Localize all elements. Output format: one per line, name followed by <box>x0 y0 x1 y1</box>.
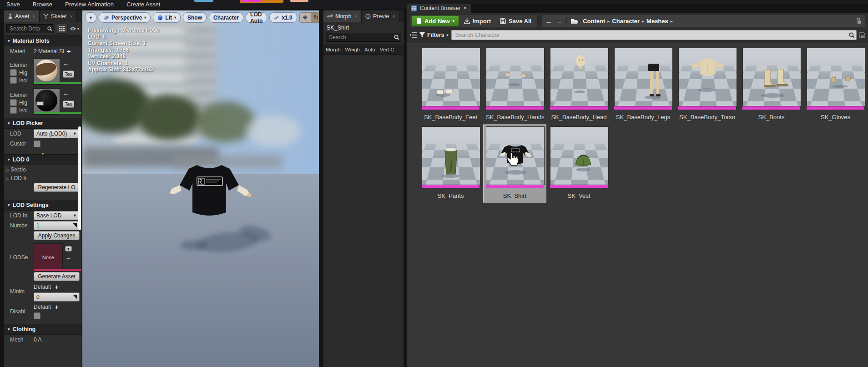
asset-thumbnail[interactable] <box>678 48 736 110</box>
asset-tile-sk_basebody_torso[interactable]: SK_BaseBody_Torso <box>678 48 736 121</box>
column-header[interactable]: Morph <box>323 47 343 52</box>
forward-button[interactable]: → <box>555 17 562 25</box>
asset-tile-sk_basebody_legs[interactable]: SK_BaseBody_Legs <box>614 48 672 121</box>
back-button[interactable]: ← <box>545 17 552 25</box>
asset-tile-sk_pants[interactable]: SK_Pants <box>422 126 479 199</box>
content-browser-tab[interactable]: Content Browser × <box>407 4 471 13</box>
spinbox-drag-icon[interactable] <box>72 295 77 299</box>
tab-preview-scene-settings[interactable]: Previe × <box>362 10 399 22</box>
preview-viewport[interactable]: ▼ Perspective▾ Lit▾ Show Character LOD A… <box>82 10 319 367</box>
sections-row[interactable]: ▷ Sectio <box>4 165 81 174</box>
asset-grid[interactable]: SK_BaseBody_FeetSK_BaseBody_HandsSK_Base… <box>407 43 868 367</box>
checkbox[interactable] <box>10 99 17 106</box>
column-header[interactable]: Weigh <box>343 47 362 52</box>
checkbox[interactable] <box>10 69 17 76</box>
section-expander[interactable]: ▾ <box>4 149 81 154</box>
asset-tile-sk_basebody_head[interactable]: SK_BaseBody_Head <box>550 48 608 121</box>
save-search-icon[interactable] <box>859 32 865 38</box>
asset-thumbnail[interactable] <box>742 48 800 110</box>
asset-tile-sk_gloves[interactable]: SK_Gloves <box>807 48 864 121</box>
use-selected-asset-icon[interactable]: ← <box>63 90 74 97</box>
use-selected-asset-icon[interactable]: ← <box>66 254 71 261</box>
asset-thumbnail[interactable] <box>614 48 672 110</box>
filters-button[interactable]: Filters ▾ <box>419 32 449 38</box>
morph-searchbox[interactable] <box>323 33 404 42</box>
add-default-icon[interactable]: ＋ <box>54 283 60 291</box>
isolate-toggle[interactable]: Isol <box>10 77 34 84</box>
use-selected-asset-icon[interactable]: ← <box>63 60 74 67</box>
highlight-toggle[interactable]: Hig <box>10 69 34 76</box>
breadcrumb-content[interactable]: Content <box>582 18 606 25</box>
column-header[interactable]: Vert C <box>378 47 397 52</box>
morph-search-input[interactable] <box>326 33 401 42</box>
view-options-button[interactable]: ▾ <box>70 26 79 31</box>
add-default-icon[interactable]: ＋ <box>54 303 60 311</box>
asset-label[interactable]: SK_Pants <box>422 192 479 199</box>
section-material-slots[interactable]: ▾ Material Slots <box>4 35 81 46</box>
lit-mode-button[interactable]: Lit▾ <box>153 12 181 23</box>
regenerate-lod-button[interactable]: Regenerate LO <box>34 183 80 192</box>
asset-label[interactable]: SK_BaseBody_Torso <box>678 114 736 121</box>
base-lod-dropdown[interactable]: Base LOD▼ <box>34 211 80 220</box>
spinbox-drag-icon[interactable] <box>72 223 77 228</box>
asset-tile-sk_basebody_feet[interactable]: SK_BaseBody_Feet <box>422 48 479 121</box>
display-mode-button[interactable] <box>56 24 68 34</box>
asset-thumbnail[interactable] <box>486 48 544 110</box>
highlight-toggle[interactable]: Hig <box>10 99 34 106</box>
show-menu-button[interactable]: Show <box>183 12 207 23</box>
asset-thumbnail[interactable] <box>422 48 479 110</box>
rotate-gizmo-button[interactable]: ↻ <box>311 13 319 22</box>
asset-label[interactable]: SK_BaseBody_Hands <box>486 114 544 121</box>
tab-asset-details[interactable]: Asset × <box>4 10 40 22</box>
material-thumbnail[interactable] <box>34 58 60 85</box>
import-button[interactable]: Import <box>460 16 495 26</box>
save-all-button[interactable]: Save All <box>496 16 535 26</box>
isolate-toggle[interactable]: Isol <box>10 107 34 114</box>
translate-gizmo-button[interactable]: ✥ <box>300 13 311 22</box>
menu-save[interactable]: Save <box>0 0 26 10</box>
asset-picker-dropdown-icon[interactable]: ▾ <box>65 246 72 251</box>
sources-panel-toggle-icon[interactable] <box>409 32 417 38</box>
asset-label[interactable]: SK_Vest <box>550 192 608 199</box>
close-icon[interactable]: × <box>463 5 466 11</box>
custom-checkbox[interactable] <box>34 141 40 147</box>
breadcrumb-character[interactable]: Character <box>611 18 641 25</box>
collapsed-icon[interactable]: ▷ <box>6 168 9 172</box>
character-menu-button[interactable]: Character <box>209 12 243 23</box>
lod-settings-thumbnail[interactable]: None <box>34 243 63 271</box>
lod-dropdown[interactable]: Auto (LOD0)▼ <box>34 129 80 138</box>
playback-speed-button[interactable]: x1.0 <box>269 12 297 23</box>
tab-morph-target-previewer[interactable]: Morph × <box>323 10 362 22</box>
asset-tile-sk_boots[interactable]: SK_Boots <box>742 48 800 121</box>
number-spinbox[interactable]: 1 <box>34 221 80 230</box>
section-lod-settings[interactable]: ▾ LOD Settings <box>4 200 81 211</box>
asset-thumbnail[interactable] <box>807 48 864 110</box>
section-lod-picker[interactable]: ▾ LOD Picker <box>4 118 81 129</box>
disable-checkbox[interactable] <box>34 312 40 319</box>
close-icon[interactable]: × <box>354 14 357 19</box>
generate-asset-button[interactable]: Generate Asset <box>34 272 80 281</box>
asset-thumbnail[interactable] <box>550 126 608 188</box>
asset-label[interactable]: SK_Shirt <box>486 192 544 199</box>
asset-search-input[interactable] <box>451 30 857 40</box>
perspective-button[interactable]: Perspective▾ <box>99 12 151 23</box>
menu-preview-animation[interactable]: Preview Animation <box>59 0 120 10</box>
minimum-spinbox[interactable]: 0 <box>34 292 80 302</box>
asset-label[interactable]: SK_BaseBody_Legs <box>614 114 672 121</box>
asset-label[interactable]: SK_BaseBody_Head <box>550 114 608 121</box>
asset-label[interactable]: SK_Boots <box>742 114 800 121</box>
menu-create-asset[interactable]: Create Asset <box>120 0 167 10</box>
asset-label[interactable]: SK_BaseBody_Feet <box>422 114 479 121</box>
checkbox[interactable] <box>10 107 17 114</box>
asset-tile-sk_basebody_hands[interactable]: SK_BaseBody_Hands <box>486 48 544 121</box>
lod-info-row[interactable]: ▷ LOD Ir <box>4 174 81 182</box>
lod-auto-button[interactable]: LOD Auto <box>246 12 267 23</box>
apply-changes-button[interactable]: Apply Changes <box>34 231 80 240</box>
menu-browse[interactable]: Browse <box>26 0 59 10</box>
tab-skeleton-tree[interactable]: Skelet × <box>40 10 77 22</box>
close-icon[interactable]: × <box>392 14 395 19</box>
viewport-options-button[interactable]: ▼ <box>85 12 96 23</box>
add-material-icon[interactable]: ＋ <box>66 47 72 55</box>
column-header[interactable]: Auto <box>362 47 378 52</box>
morph-column-headers[interactable]: MorphWeighAutoVert C <box>323 45 404 55</box>
